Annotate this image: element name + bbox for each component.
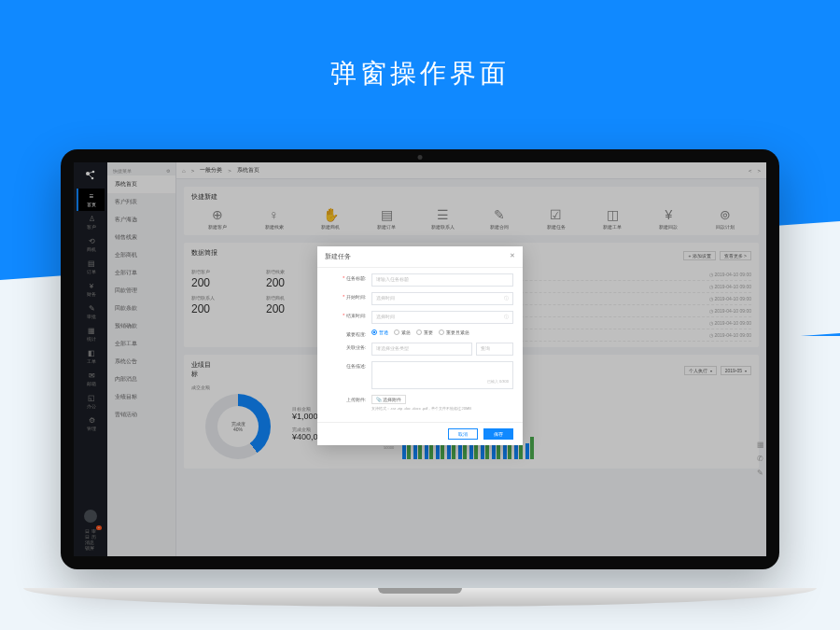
laptop-mockup: ≡首页♙客户⟲商机▤订单¥财务✎审批▦统计◧工单✉邮箱◱办公⚙管理 日 审•日 … [61,149,779,607]
camera-dot [418,155,423,160]
desc-label: 任务描述: [327,361,366,369]
priority-radio-1[interactable]: 紧急 [394,329,411,335]
save-button[interactable]: 保存 [483,428,513,440]
relate-query-select[interactable]: 查询 [476,343,513,356]
start-input[interactable]: 选择时间 [371,292,513,305]
laptop-base [23,588,817,607]
relate-type-select[interactable]: 请选择业务类型 [371,343,472,356]
priority-radio-3[interactable]: 重要且紧急 [439,329,469,335]
end-label: 结束时间: [327,311,366,318]
priority-radio-2[interactable]: 重要 [416,329,433,335]
relate-label: 关联业务: [327,343,366,350]
task-title-label: 任务标题: [327,273,366,281]
attach-button[interactable]: 📎 选择附件 [371,395,406,404]
cancel-button[interactable]: 取消 [448,428,478,440]
new-task-modal: 新建任务 ✕ 任务标题:请输入任务标题 开始时间:选择时间 结束时间:选择时间 … [317,246,523,445]
task-title-input[interactable]: 请输入任务标题 [371,273,513,287]
attach-hint: 支持格式：.rar .zip .doc .docx .pdf，单个文件不能超过2… [371,406,513,411]
modal-title: 新建任务 [325,252,351,261]
priority-radio-0[interactable]: 普通 [371,329,388,335]
page-title: 弹窗操作界面 [0,0,840,91]
close-icon[interactable]: ✕ [510,252,515,261]
start-label: 开始时间: [327,292,366,300]
app-screen: ≡首页♙客户⟲商机▤订单¥财务✎审批▦统计◧工单✉邮箱◱办公⚙管理 日 审•日 … [74,162,766,556]
end-input[interactable]: 选择时间 [371,311,513,324]
priority-label: 紧要程度: [327,329,366,337]
desc-textarea[interactable]: 已输入 0/300 [371,361,513,389]
attach-label: 上传附件: [327,395,366,402]
